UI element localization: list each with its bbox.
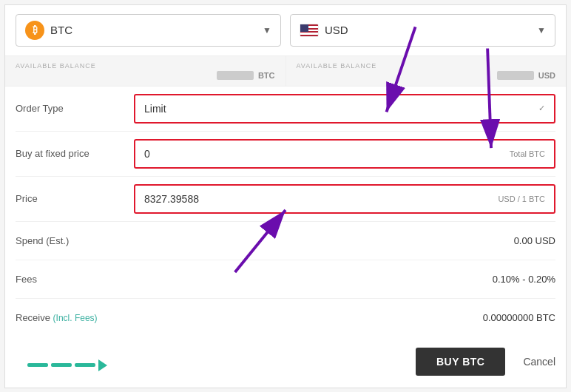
dash-3: [75, 363, 95, 367]
dash-2: [51, 363, 72, 367]
price-control[interactable]: 8327.39588 USD / 1 BTC: [134, 184, 555, 214]
buy-at-fixed-price-unit: Total BTC: [510, 149, 545, 158]
fiat-selector[interactable]: USD ▼: [290, 14, 555, 47]
buy-at-fixed-price-value: 0: [144, 148, 150, 160]
currency-selectors: ₿ BTC ▼ USD ▼: [5, 5, 566, 56]
buy-at-fixed-price-row: Buy at fixed price 0 Total BTC: [16, 132, 555, 177]
dash-1: [27, 363, 48, 367]
order-type-chevron-icon: ✓: [538, 104, 545, 113]
order-type-control[interactable]: Limit ✓: [134, 94, 555, 124]
spend-row: Spend (Est.) 0.00 USD: [16, 222, 555, 260]
order-form: Order Type Limit ✓ Buy at fixed price 0 …: [5, 87, 566, 337]
buy-at-fixed-price-control[interactable]: 0 Total BTC: [134, 139, 555, 169]
crypto-chevron-icon: ▼: [263, 25, 271, 36]
order-type-row: Order Type Limit ✓: [16, 87, 555, 132]
fiat-chevron-icon: ▼: [537, 25, 546, 36]
button-row: BUY BTC Cancel: [5, 337, 566, 388]
balance-row: AVAILABLE BALANCE BTC AVAILABLE BALANCE …: [5, 56, 566, 87]
crypto-selector[interactable]: ₿ BTC ▼: [16, 14, 281, 47]
fiat-balance-label: AVAILABLE BALANCE: [297, 62, 556, 70]
fees-value: 0.10% - 0.20%: [134, 274, 555, 285]
spend-value: 0.00 USD: [134, 235, 555, 246]
crypto-selector-label: BTC: [50, 24, 72, 36]
order-type-value: Limit: [144, 103, 166, 115]
fiat-balance-value-row: USD: [297, 71, 556, 80]
usd-flag-icon: [300, 24, 319, 37]
fees-row: Fees 0.10% - 0.20%: [16, 260, 555, 299]
btc-icon: ₿: [25, 21, 44, 40]
arrow-right-icon: [98, 359, 107, 371]
fiat-balance-placeholder: [497, 71, 534, 80]
cancel-button[interactable]: Cancel: [523, 356, 555, 368]
trading-panel: ₿ BTC ▼ USD ▼ AVAILABLE BALANCE BTC AVAI…: [4, 4, 567, 388]
order-type-label: Order Type: [16, 103, 134, 114]
fees-label: Fees: [16, 274, 134, 285]
buy-at-fixed-price-label: Buy at fixed price: [16, 148, 134, 159]
crypto-balance-label: AVAILABLE BALANCE: [16, 62, 275, 70]
price-row: Price 8327.39588 USD / 1 BTC: [16, 177, 555, 222]
price-value: 8327.39588: [144, 193, 199, 205]
dashed-arrow: [27, 359, 107, 371]
spend-label: Spend (Est.): [16, 235, 134, 246]
receive-row: Receive (Incl. Fees) 0.00000000 BTC: [16, 299, 555, 337]
fiat-balance-currency: USD: [538, 71, 555, 80]
crypto-balance-currency: BTC: [258, 71, 275, 80]
buy-button[interactable]: BUY BTC: [416, 348, 505, 376]
receive-label: Receive (Incl. Fees): [16, 312, 134, 323]
fiat-selector-label: USD: [325, 24, 348, 36]
crypto-balance-placeholder: [217, 71, 254, 80]
crypto-balance-value-row: BTC: [16, 71, 275, 80]
fiat-balance-box: AVAILABLE BALANCE USD: [286, 56, 567, 86]
price-unit: USD / 1 BTC: [498, 195, 545, 203]
crypto-balance-box: AVAILABLE BALANCE BTC: [5, 56, 286, 86]
price-label: Price: [16, 193, 134, 204]
receive-value: 0.00000000 BTC: [134, 312, 555, 323]
